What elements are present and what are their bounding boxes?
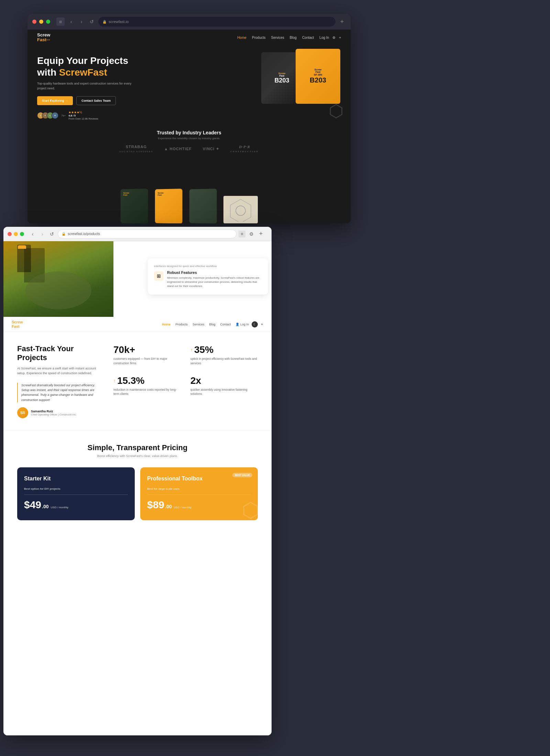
divider-1 [24,494,128,495]
close-button[interactable] [32,20,36,24]
minimize-btn-bottom[interactable] [14,232,18,236]
nut-sketch-icon: ⬡ [329,101,344,121]
back-button[interactable]: ‹ [67,18,75,25]
hero-section-dark: Equip Your Projects with ScrewFast Top-q… [28,45,351,124]
logo-line2: Fast··· [37,37,50,42]
light-nav-blog[interactable]: Blog [209,323,215,326]
maximize-btn-bottom[interactable] [20,232,24,236]
login-link-dark[interactable]: Log In [319,36,329,40]
browser-chrome-top: ⊞ ‹ › ↺ 🔒 screwfast.io + [28,14,351,30]
stat-desc-4: quicker assembly using innovative fasten… [190,388,258,397]
start-exploring-button[interactable]: Start Exploring → [37,96,73,105]
refresh-btn-bottom[interactable]: ↺ [48,230,56,238]
add-tab-btn[interactable]: + [257,230,265,238]
stat-desc-2: uptick in project efficiency with ScrewF… [190,357,258,366]
author-name: Samantha Ruiz [31,410,77,413]
logo-line2-light: Fast [12,324,20,329]
yellow-model: B203 [310,76,326,84]
logo-line1-light: Screw [12,320,23,324]
stars-display: ★★★★½ 4.8 / 5 From Over 12.8k Reviews [68,111,98,120]
pricing-subtitle: Boost efficiency with ScrewFast's clear,… [17,454,258,458]
starter-dollar: $49 [24,499,41,511]
starter-label: Best option for DIY projects [24,487,128,490]
nav-contact[interactable]: Contact [302,36,314,40]
site-logo-dark[interactable]: Screw Fast··· [37,33,50,43]
brand-dpr: D·P·RCONSTRUCTION [230,145,259,153]
stats-section: Fast-Track Your Projects At ScrewFast, w… [3,332,272,431]
pro-price: $89 .00 USD / monthly [147,499,251,511]
feature-icon: ⊞ [154,271,164,281]
starter-cents: .00 [42,504,48,509]
bottom-box-2: ScrewFast [155,189,183,223]
reviews-section: J K L M 7k+ ★★★★½ 4.8 / 5 From Over 12.8… [37,111,133,120]
stat-number-3: ↑ 15.3% [113,375,181,386]
tab-icon: ⊞ [56,18,65,26]
bottom-box-1: ScrewFast [121,189,148,223]
refresh-button[interactable]: ↺ [88,18,96,25]
address-bar-bottom[interactable]: 🔒 screwfast.io/products [58,230,236,238]
minimize-button[interactable] [39,20,43,24]
new-tab-button[interactable]: + [338,18,346,25]
logo-brand: Fast [37,37,46,42]
product-box-yellow: ScrewFast SF-BN B203 [296,49,340,104]
dark-mode-toggle[interactable]: ☾ [252,321,258,327]
feature-subtitle: interfaces designed for quick and effect… [154,265,262,268]
settings-icon[interactable]: ⚙ [332,36,336,40]
feature-item: ⊞ Robust Features Minimize complexity, m… [154,270,262,288]
feature-content: Robust Features Minimize complexity, max… [167,270,262,288]
hero-title: Equip Your Projects with ScrewFast [37,55,133,78]
close-btn-bottom[interactable] [8,232,12,236]
pro-cents: .00 [165,504,172,509]
stat-customers: 70k+ customers equipped — from DIY to ma… [113,344,181,366]
star-icons: ★★★★½ [68,111,98,114]
light-nav-home[interactable]: Home [162,323,170,326]
nav-home[interactable]: Home [237,36,246,40]
back-btn-bottom[interactable]: ‹ [29,230,36,238]
settings-btn[interactable]: ⚙ [248,230,255,238]
pricing-header: Simple, Transparent Pricing Boost effici… [17,443,258,458]
products-bottom: ScrewFast ScrewFast [28,182,351,223]
light-nav-services[interactable]: Services [192,323,205,326]
lock-icon-bottom: 🔒 [62,232,66,236]
trusted-logos: STRABAGSOCIETAS EUROPAEA ▲ HOCHTIEF VINC… [37,145,341,153]
stats-grid: 70k+ customers equipped — from DIY to ma… [113,344,258,396]
hero-title-line2: with [37,67,59,78]
product-dark-label: ScrewFast B203 [272,69,292,87]
nav-links-light: Home Products Services Blog Contact [162,323,231,326]
top-browser-window: ⊞ ‹ › ↺ 🔒 screwfast.io + Screw Fast··· H… [28,14,351,223]
brand-strabag: STRABAGSOCIETAS EUROPAEA [119,145,153,153]
hero-products-area: ScrewFast B203 ScrewFast SF-BN B203 [254,49,344,124]
nav-blog[interactable]: Blog [290,36,297,40]
nav-services[interactable]: Services [271,36,284,40]
forward-btn-bottom[interactable]: › [38,230,46,238]
address-bar[interactable]: 🔒 screwfast.io [98,17,336,26]
avatar-4: M [52,112,58,119]
nav-links-dark: Home Products Services Blog Contact [237,36,314,40]
feature-title: Robust Features [167,270,262,275]
hero-buttons: Start Exploring → Contact Sales Team [37,96,133,105]
logo-line1: Screw [37,33,50,37]
sun-icon[interactable]: ☀ [261,323,263,326]
contact-sales-button[interactable]: Contact Sales Team [76,96,116,105]
nav-bar-bottom: ‹ › ↺ 🔒 screwfast.io/products ⚙ ⚙ + [26,230,267,238]
product-yellow-label: ScrewFast SF-BN B203 [307,66,329,87]
arrow-icon-1: ↑ [190,347,193,353]
yellow-code: SF-BN [310,73,326,76]
forward-button[interactable]: › [78,18,85,25]
theme-toggle-dark[interactable]: + [339,36,341,40]
pricing-title: Simple, Transparent Pricing [17,443,258,452]
logo-light[interactable]: Screw Fast [12,320,23,328]
light-nav-products[interactable]: Products [175,323,188,326]
hard-hat-1 [18,245,26,249]
login-light[interactable]: 👤 Log In [235,323,249,326]
brand-hochtief: ▲ HOCHTIEF [164,147,192,151]
nav-actions-dark: Log In ⚙ + [319,36,341,40]
light-site-content: interfaces designed for quick and effect… [3,241,272,735]
stat-assembly: 2x quicker assembly using innovative fas… [190,375,258,397]
author-avatar: SR [17,407,28,418]
light-nav-contact[interactable]: Contact [220,323,231,326]
trusted-section: Trusted by Industry Leaders Experience t… [28,124,351,158]
hero-subtitle: Top-quality hardware tools and expert co… [37,81,133,91]
nav-products[interactable]: Products [252,36,265,40]
maximize-button[interactable] [46,20,50,24]
